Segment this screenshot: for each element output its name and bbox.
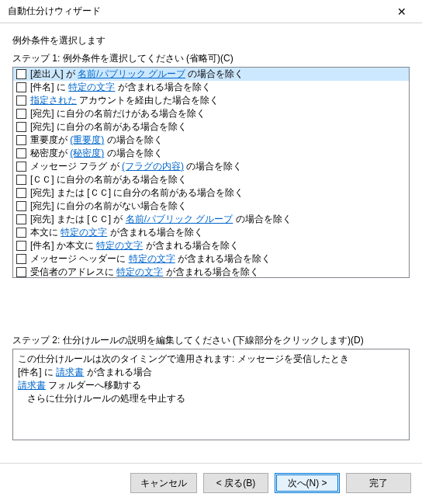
condition-link[interactable]: 名前/パブリック グループ (78, 68, 185, 79)
condition-link[interactable]: (重要度) (70, 134, 104, 145)
checkbox[interactable] (16, 175, 26, 185)
window-title: 自動仕分けウィザード (8, 5, 101, 18)
checkbox[interactable] (16, 82, 26, 92)
condition-item[interactable]: 秘密度が (秘密度) の場合を除く (13, 147, 409, 160)
step1-label: ステップ 1: 例外条件を選択してください (省略可)(C) (12, 52, 410, 65)
checkbox[interactable] (16, 109, 26, 119)
condition-text: メッセージ ヘッダーに 特定の文字 が含まれる場合を除く (30, 252, 271, 266)
desc-line-3: 請求書 フォルダーへ移動する (18, 379, 404, 392)
condition-text: 秘密度が (秘密度) の場合を除く (30, 147, 163, 160)
checkbox[interactable] (16, 122, 26, 132)
checkbox[interactable] (16, 228, 26, 238)
checkbox[interactable] (16, 188, 26, 198)
checkbox[interactable] (16, 241, 26, 251)
checkbox[interactable] (16, 254, 26, 264)
condition-text: [宛先] または [ＣＣ] に自分の名前がある場合を除く (30, 186, 244, 200)
condition-item[interactable]: [宛先] に自分の名前がない場合を除く (13, 200, 409, 213)
condition-link[interactable]: (フラグの内容) (122, 161, 184, 172)
condition-link[interactable]: (秘密度) (70, 148, 104, 158)
condition-item[interactable]: [宛先] または [ＣＣ] に自分の名前がある場合を除く (13, 186, 409, 200)
condition-text: 受信者のアドレスに 特定の文字 が含まれる場合を除く (30, 266, 259, 278)
condition-item[interactable]: [宛先] または [ＣＣ] が 名前/パブリック グループ の場合を除く (13, 213, 409, 226)
step2-label: ステップ 2: 仕分けルールの説明を編集してください (下線部分をクリックします… (12, 334, 410, 347)
title-bar: 自動仕分けウィザード ✕ (0, 0, 422, 23)
checkbox[interactable] (16, 69, 26, 79)
condition-link[interactable]: 名前/パブリック グループ (126, 214, 233, 224)
folder-link[interactable]: 請求書 (18, 380, 46, 391)
desc-line-1: この仕分けルールは次のタイミングで適用されます: メッセージを受信したとき (18, 353, 404, 366)
checkbox[interactable] (16, 201, 26, 211)
condition-item[interactable]: [差出人] が 名前/パブリック グループ の場合を除く (13, 68, 409, 81)
condition-text: メッセージ フラグ が (フラグの内容) の場合を除く (30, 160, 242, 173)
condition-text: [件名] に 特定の文字 が含まれる場合を除く (30, 81, 211, 94)
condition-item[interactable]: [宛先] に自分の名前がある場合を除く (13, 120, 409, 134)
condition-text: [件名] か本文に 特定の文字 が含まれる場合を除く (30, 239, 239, 252)
condition-item[interactable]: [宛先] に自分の名前だけがある場合を除く (13, 107, 409, 120)
condition-item[interactable]: [件名] か本文に 特定の文字 が含まれる場合を除く (13, 239, 409, 252)
desc-line-2: [件名] に 請求書 が含まれる場合 (18, 366, 404, 379)
back-button[interactable]: < 戻る(B) (203, 473, 268, 493)
checkbox[interactable] (16, 162, 26, 172)
condition-item[interactable]: 指定された アカウントを経由した場合を除く (13, 94, 409, 107)
condition-text: 本文に 特定の文字 が含まれる場合を除く (30, 226, 203, 239)
button-bar: キャンセル < 戻る(B) 次へ(N) > 完了 (0, 463, 422, 504)
condition-text: [ＣＣ] に自分の名前がある場合を除く (30, 173, 187, 186)
checkbox[interactable] (16, 148, 26, 158)
condition-link[interactable]: 特定の文字 (129, 253, 175, 264)
condition-text: [宛先] に自分の名前がある場合を除く (30, 120, 187, 134)
condition-item[interactable]: 本文に 特定の文字 が含まれる場合を除く (13, 226, 409, 239)
checkbox[interactable] (16, 96, 26, 106)
condition-item[interactable]: 受信者のアドレスに 特定の文字 が含まれる場合を除く (13, 266, 409, 278)
condition-item[interactable]: メッセージ ヘッダーに 特定の文字 が含まれる場合を除く (13, 252, 409, 266)
condition-item[interactable]: [ＣＣ] に自分の名前がある場合を除く (13, 173, 409, 186)
condition-item[interactable]: 重要度が (重要度) の場合を除く (13, 134, 409, 147)
subject-keyword-link[interactable]: 請求書 (56, 367, 84, 377)
cancel-button[interactable]: キャンセル (130, 473, 197, 493)
checkbox[interactable] (16, 135, 26, 145)
desc-line-4: さらに仕分けルールの処理を中止する (18, 392, 404, 405)
next-button[interactable]: 次へ(N) > (275, 473, 340, 493)
rule-description-box[interactable]: この仕分けルールは次のタイミングで適用されます: メッセージを受信したとき [件… (12, 349, 410, 440)
condition-text: 重要度が (重要度) の場合を除く (30, 134, 163, 147)
condition-text: [宛先] に自分の名前だけがある場合を除く (30, 107, 206, 120)
condition-text: [差出人] が 名前/パブリック グループ の場合を除く (30, 68, 244, 81)
checkbox[interactable] (16, 214, 26, 224)
condition-text: [宛先] または [ＣＣ] が 名前/パブリック グループ の場合を除く (30, 213, 292, 226)
condition-link[interactable]: 特定の文字 (68, 82, 115, 92)
condition-item[interactable]: メッセージ フラグ が (フラグの内容) の場合を除く (13, 160, 409, 173)
close-button[interactable]: ✕ (386, 1, 417, 23)
condition-text: [宛先] に自分の名前がない場合を除く (30, 200, 187, 213)
instruction-text: 例外条件を選択します (12, 34, 410, 47)
conditions-listbox[interactable]: [差出人] が 名前/パブリック グループ の場合を除く[件名] に 特定の文字… (12, 67, 410, 278)
condition-link[interactable]: 特定の文字 (116, 266, 163, 277)
condition-text: 指定された アカウントを経由した場合を除く (30, 94, 219, 107)
close-icon: ✕ (397, 5, 406, 18)
condition-link[interactable]: 指定された (30, 95, 77, 106)
checkbox[interactable] (16, 267, 26, 277)
condition-item[interactable]: [件名] に 特定の文字 が含まれる場合を除く (13, 81, 409, 94)
finish-button[interactable]: 完了 (346, 473, 411, 493)
condition-link[interactable]: 特定の文字 (61, 227, 107, 238)
condition-link[interactable]: 特定の文字 (96, 240, 143, 251)
